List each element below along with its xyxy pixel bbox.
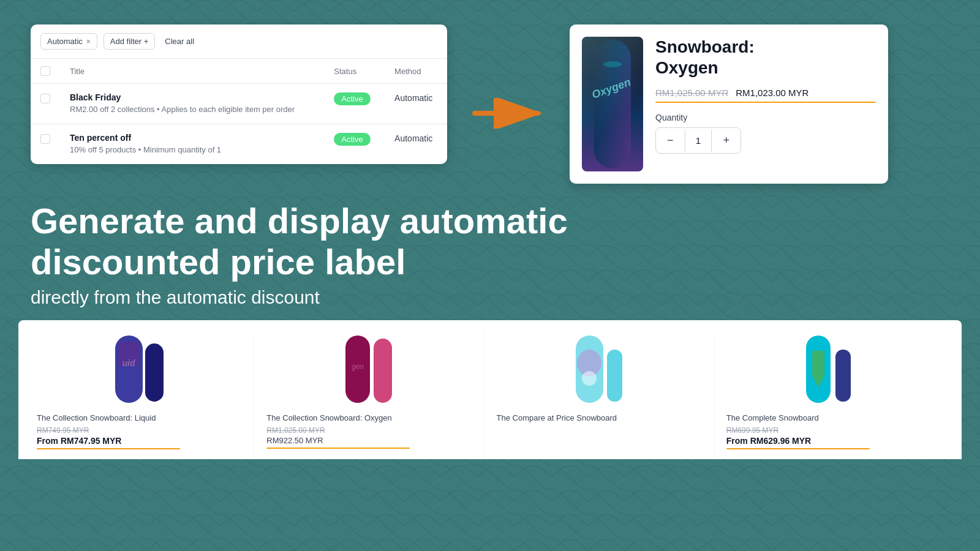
product-item-name: The Collection Snowboard: Liquid: [37, 413, 241, 422]
filter-tag-label: Automatic: [47, 37, 83, 46]
svg-rect-8: [118, 342, 140, 366]
headline-sub: directly from the automatic discount: [31, 287, 949, 308]
col-status: Status: [324, 59, 385, 84]
quantity-control: − 1 +: [655, 127, 741, 154]
svg-rect-3: [594, 40, 631, 168]
price-underline: [655, 102, 876, 103]
svg-rect-9: [145, 343, 164, 402]
product-item-liquid: uid The Collection Snowboard: Liquid RM7…: [37, 332, 254, 459]
price-underline: [266, 448, 410, 449]
svg-text:Oxygen: Oxygen: [590, 76, 633, 101]
product-thumb: gen: [266, 332, 471, 406]
quantity-decrease-button[interactable]: −: [656, 128, 685, 153]
col-title: Title: [60, 59, 324, 84]
select-all-checkbox[interactable]: [40, 66, 50, 76]
discounts-table: Title Status Method Black Friday RM2.00 …: [31, 59, 447, 164]
product-info: Snowboard: Oxygen RM1,025.00 MYR RM1,023…: [655, 37, 876, 154]
product-item-discounted-price: RM922.50 MYR: [266, 436, 471, 445]
svg-rect-12: [374, 339, 392, 403]
product-item-from-price: From RM747.95 MYR: [37, 436, 241, 446]
quantity-value: 1: [685, 135, 712, 146]
discounted-price: RM1,023.00 MYR: [736, 88, 809, 98]
svg-point-5: [603, 61, 622, 67]
product-thumb: [497, 332, 701, 406]
filter-tag[interactable]: Automatic ×: [40, 33, 97, 50]
arrow-container: [472, 98, 545, 129]
product-item-original-price: RM699.95 MYR: [726, 426, 931, 435]
clear-all-button[interactable]: Clear all: [161, 34, 198, 49]
discount-title: Ten percent off: [70, 133, 314, 143]
bottom-products-panel: uid The Collection Snowboard: Liquid RM7…: [18, 320, 962, 459]
price-row: RM1,025.00 MYR RM1,023.00 MYR: [655, 88, 876, 98]
svg-text:gen: gen: [352, 362, 364, 371]
headline-main: Generate and display automatic discounte…: [31, 201, 949, 282]
product-item-original-price: RM749.95 MYR: [37, 426, 241, 435]
quantity-label: Quantity: [655, 113, 876, 122]
product-item-name: The Compare at Price Snowboard: [497, 413, 701, 422]
product-item-compare: The Compare at Price Snowboard: [484, 332, 714, 459]
svg-rect-16: [607, 350, 622, 402]
row-checkbox[interactable]: [40, 134, 50, 144]
row-checkbox[interactable]: [40, 94, 50, 103]
svg-rect-18: [835, 350, 851, 402]
product-image: Oxygen: [582, 37, 643, 171]
product-name-text: Snowboard: Oxygen: [655, 37, 755, 77]
product-item-name: The Complete Snowboard: [726, 413, 931, 422]
product-card: Oxygen Snowboard: Oxygen RM1,025.00 MYR …: [570, 24, 888, 184]
price-underline: [37, 448, 180, 449]
method-text: Automatic: [394, 93, 432, 103]
product-thumb: [726, 332, 931, 406]
discount-desc: RM2.00 off 2 collections • Applies to ea…: [70, 104, 314, 115]
product-item-oxygen: gen The Collection Snowboard: Oxygen RM1…: [254, 332, 484, 459]
status-badge: Active: [334, 133, 370, 146]
method-text: Automatic: [394, 133, 432, 143]
close-icon[interactable]: ×: [86, 37, 91, 46]
original-price: RM1,025.00 MYR: [655, 88, 728, 98]
product-item-original-price: RM1,025.00 MYR: [266, 426, 471, 435]
status-badge: Active: [334, 92, 370, 105]
price-underline: [726, 448, 870, 449]
product-item-name: The Collection Snowboard: Oxygen: [266, 413, 471, 422]
table-row: Ten percent off 10% off 5 products • Min…: [31, 124, 447, 165]
col-method: Method: [385, 59, 447, 84]
svg-point-15: [582, 371, 597, 386]
panel-toolbar: Automatic × Add filter + Clear all: [31, 24, 447, 59]
table-row: Black Friday RM2.00 off 2 collections • …: [31, 84, 447, 124]
product-item-complete: The Complete Snowboard RM699.95 MYR From…: [714, 332, 943, 459]
quantity-increase-button[interactable]: +: [712, 128, 741, 153]
product-item-from-price: From RM629.96 MYR: [726, 436, 931, 446]
discount-title: Black Friday: [70, 92, 314, 102]
product-name: Snowboard: Oxygen: [655, 37, 876, 78]
headline-section: Generate and display automatic discounte…: [0, 184, 980, 320]
product-thumb: uid: [37, 332, 241, 406]
arrow-icon: [472, 98, 545, 129]
discount-desc: 10% off 5 products • Minimum quantity of…: [70, 144, 314, 156]
add-filter-button[interactable]: Add filter +: [104, 33, 156, 50]
discount-panel: Automatic × Add filter + Clear all Title…: [31, 24, 447, 164]
